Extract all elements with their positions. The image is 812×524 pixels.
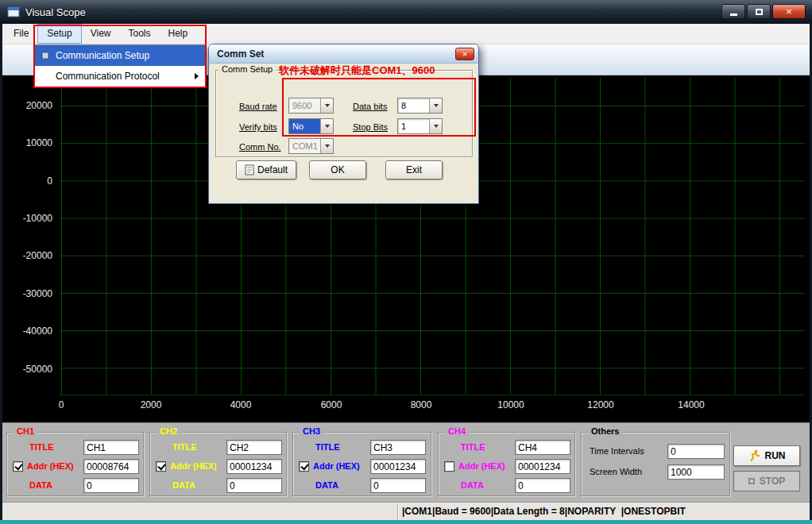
- dialog-title: Comm Set: [217, 48, 264, 60]
- data-bits-label: Data bits: [353, 102, 387, 111]
- menu-file[interactable]: File: [5, 24, 37, 44]
- x-tick: 12000: [575, 399, 626, 410]
- stop-bits-combobox[interactable]: 1: [397, 118, 443, 134]
- dialog-close-button[interactable]: ×: [455, 48, 474, 60]
- y-tick: 10000: [2, 137, 52, 148]
- window-frame-left: [0, 24, 2, 520]
- y-tick: 0: [2, 175, 52, 187]
- ch3-legend: CH3: [300, 426, 323, 436]
- comm-setup-icon: [40, 50, 51, 61]
- ok-button[interactable]: OK: [309, 160, 366, 179]
- ch3-title-input[interactable]: [370, 440, 426, 455]
- channel-panel: CH1 TITLE Addr (HEX) DATA CH2 TITLE: [0, 422, 812, 502]
- ch4-data-label: DATA: [461, 480, 484, 490]
- ch1-data-input[interactable]: [83, 478, 139, 493]
- ch1-data-label: DATA: [29, 480, 52, 490]
- menuitem-label: Communication Protocol: [56, 71, 160, 82]
- x-tick: 2000: [126, 399, 176, 410]
- menu-view[interactable]: View: [82, 24, 120, 44]
- x-tick: 4000: [215, 399, 266, 410]
- ch3-title-label: TITLE: [315, 442, 340, 452]
- ch4-addr-input[interactable]: [515, 459, 570, 474]
- default-icon: [245, 164, 254, 175]
- ok-label: OK: [331, 164, 344, 175]
- minimize-button[interactable]: [721, 4, 745, 19]
- screen-width-input[interactable]: [667, 464, 725, 480]
- verify-bits-combobox[interactable]: No: [288, 118, 334, 134]
- menuitem-communication-protocol[interactable]: Communication Protocol: [35, 66, 205, 87]
- ch1-addr-label: Addr (HEX): [27, 461, 74, 471]
- time-intervals-label: Time Intervals: [590, 446, 644, 456]
- channel-group-ch1: CH1 TITLE Addr (HEX) DATA: [6, 432, 144, 496]
- menu-help[interactable]: Help: [160, 24, 197, 44]
- dropdown-arrow-icon[interactable]: [429, 119, 442, 133]
- data-bits-combobox[interactable]: 8: [397, 98, 443, 114]
- ch3-addr-input[interactable]: [370, 459, 426, 474]
- status-text: |COM1|Baud = 9600|Data Length = 8|NOPARI…: [402, 506, 686, 517]
- app-icon: [7, 6, 20, 17]
- others-group: Others Time Intervals Screen Width: [581, 432, 730, 496]
- ch1-enable-checkbox[interactable]: [13, 461, 23, 472]
- setup-dropdown-menu: Communication Setup Communication Protoc…: [34, 44, 206, 87]
- ch2-data-input[interactable]: [226, 478, 282, 493]
- statusbar-divider: [397, 504, 398, 519]
- dropdown-arrow-icon[interactable]: [320, 139, 333, 153]
- status-bar: |COM1|Baud = 9600|Data Length = 8|NOPARI…: [0, 502, 812, 520]
- time-intervals-input[interactable]: [667, 444, 725, 459]
- run-button[interactable]: RUN: [733, 445, 800, 466]
- menuitem-label: Communication Setup: [56, 50, 149, 61]
- ch2-title-label: TITLE: [172, 442, 197, 452]
- ch1-title-input[interactable]: [83, 440, 139, 455]
- titlebar[interactable]: Visual Scope ×: [0, 0, 812, 24]
- y-tick: -30000: [2, 288, 52, 299]
- screen-width-label: Screen Width: [590, 467, 642, 476]
- menu-setup[interactable]: Setup: [37, 24, 81, 44]
- ch4-enable-checkbox[interactable]: [444, 461, 454, 472]
- close-icon: ×: [786, 6, 792, 17]
- y-tick: -10000: [2, 213, 52, 224]
- ch2-data-label: DATA: [172, 480, 195, 490]
- maximize-button[interactable]: [747, 4, 771, 19]
- stop-button[interactable]: STOP: [733, 471, 800, 491]
- dialog-titlebar[interactable]: Comm Set: [209, 44, 478, 64]
- ch4-data-input[interactable]: [515, 478, 570, 493]
- x-tick: 6000: [306, 399, 357, 410]
- channel-group-ch2: CH2 TITLE Addr (HEX) DATA: [149, 432, 287, 496]
- ch2-enable-checkbox[interactable]: [156, 461, 166, 472]
- ch4-title-input[interactable]: [515, 440, 570, 455]
- dialog-close-icon: ×: [462, 49, 467, 59]
- ch4-addr-label: Addr (HEX): [458, 461, 505, 471]
- default-button[interactable]: Default: [236, 160, 296, 179]
- channel-group-ch3: CH3 TITLE Addr (HEX) DATA: [292, 432, 431, 496]
- ch1-legend: CH1: [14, 426, 37, 436]
- x-tick: 10000: [485, 399, 536, 410]
- comm-no-combobox[interactable]: COM1: [288, 138, 334, 154]
- dropdown-arrow-icon[interactable]: [429, 98, 442, 113]
- menu-tools[interactable]: Tools: [120, 24, 160, 44]
- minimize-icon: [730, 13, 737, 16]
- close-button[interactable]: ×: [772, 4, 806, 19]
- y-tick: -50000: [2, 364, 52, 375]
- exit-label: Exit: [406, 164, 422, 175]
- menuitem-communication-setup[interactable]: Communication Setup: [35, 45, 205, 66]
- ch2-title-input[interactable]: [226, 440, 282, 455]
- dropdown-arrow-icon[interactable]: [320, 98, 333, 113]
- stop-icon: [748, 478, 755, 484]
- baud-rate-label: Baud rate: [239, 102, 277, 111]
- baud-rate-combobox[interactable]: 9600: [288, 98, 334, 114]
- comm-no-value: COM1: [289, 139, 320, 153]
- ch2-legend: CH2: [157, 426, 180, 436]
- ch3-data-input[interactable]: [370, 478, 426, 493]
- ch1-title-label: TITLE: [29, 442, 54, 452]
- run-label: RUN: [765, 450, 786, 461]
- verify-bits-label: Verify bits: [239, 122, 277, 132]
- window-title: Visual Scope: [25, 6, 86, 18]
- ch4-legend: CH4: [445, 426, 469, 436]
- dropdown-arrow-icon[interactable]: [320, 119, 333, 133]
- ch2-addr-input[interactable]: [226, 459, 282, 474]
- maximize-icon: [756, 9, 763, 15]
- ch3-enable-checkbox[interactable]: [299, 461, 309, 472]
- exit-button[interactable]: Exit: [385, 160, 443, 179]
- ch1-addr-input[interactable]: [83, 459, 139, 474]
- stop-bits-value: 1: [398, 119, 429, 133]
